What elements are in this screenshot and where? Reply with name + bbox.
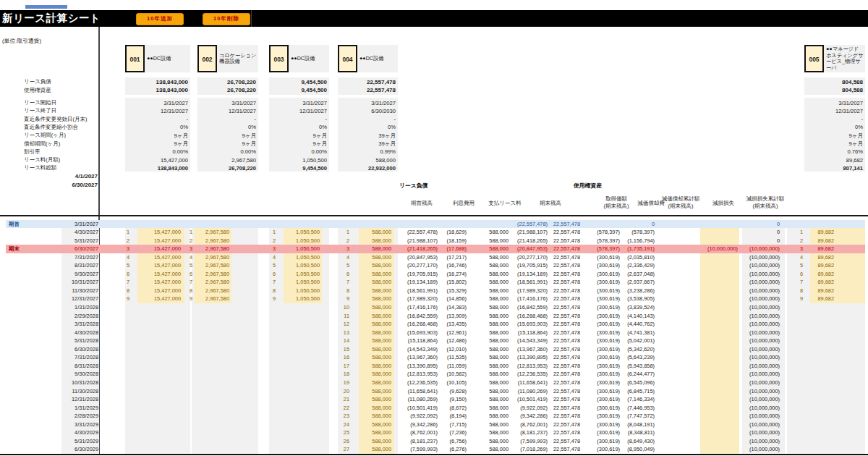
asset-summary-value: 138,843,000 [125,86,188,95]
payment-value: 1,050,500 [275,237,320,245]
asset-param-value: 0.00% [197,148,256,156]
payment-value: 588,000 [346,278,391,287]
schedule-cell: (7,747,572) [605,412,655,421]
schedule-cell: (10,000,000) [731,287,780,295]
date-cell: 8/31/2028 [43,362,98,371]
asset-param-value: - [197,115,256,123]
schedule-cell: (10,000,000) [731,353,780,362]
payment-value: 2,967,580 [184,295,229,303]
schedule-row: 4/30/202925588,000(8,762,001)(7,236)588,… [0,428,868,437]
payment-value: 588,000 [346,253,391,262]
payment-value: 588,000 [346,270,391,279]
asset-param-value: 0% [338,123,396,131]
payment-value: 89,682 [789,295,834,303]
schedule-cell: (2,637,048) [605,270,655,279]
payment-value: 2,967,580 [184,287,229,295]
title-bar-divider [251,10,252,27]
asset-id-box[interactable]: 004 [338,45,357,72]
payment-value: 1,050,500 [275,287,320,295]
schedule-row: 7/31/202816588,000(13,967,360)(11,535)58… [0,353,868,362]
schedule-cell: 0 [731,237,780,245]
schedule-cell: (10,000,000) [731,329,780,337]
schedule-cell: (10,000,000) [731,278,780,287]
date-cell: 12/31/2027 [43,295,98,303]
payment-seq: 8 [112,287,129,295]
date-cell: 2/29/2028 [43,312,98,321]
row-label: 直近条件変更縮小割合 [24,124,78,131]
period-start-date: 4/1/2027 [40,173,98,180]
row-label: リース負債 [24,78,51,85]
payment-value: 1,050,500 [275,278,320,287]
asset-id-box[interactable]: 002 [197,45,217,72]
schedule-cell: (6,244,477) [605,370,655,379]
payment-seq: 2 [258,237,276,245]
asset-param-value: 22,932,000 [338,164,396,172]
schedule-row: 11/30/2027815,427,00082,967,58081,050,50… [0,287,868,295]
date-cell: 4/30/2029 [43,428,98,437]
date-cell: 5/31/2029 [43,437,98,446]
payment-value: 15,427,000 [136,278,181,287]
schedule-cell: (5,342,620) [605,345,655,354]
payment-value: 2,967,580 [184,237,229,245]
payment-value: 15,427,000 [136,253,181,262]
date-cell: 6/30/2028 [43,345,98,354]
payment-value: 89,682 [789,237,834,245]
remove-10-years-button[interactable]: 10年削除 [203,13,250,25]
asset-id-box[interactable]: 005 [804,45,824,72]
asset-param-value: 3/31/2027 [338,99,396,107]
asset-name-label: ●●DC設備 [359,45,396,72]
schedule-cell: (5,042,001) [605,337,655,345]
payment-seq: 1 [258,228,276,237]
schedule-row: 9/30/2027615,427,00062,967,58061,050,500… [0,270,868,279]
asset-param-value: 0% [197,123,256,131]
payment-value: 1,050,500 [275,295,320,303]
schedule-row: 2/28/202923588,000(9,922,092)(8,194)588,… [0,412,868,421]
schedule-row: 6/30/202927588,000(7,599,993)(6,276)588,… [0,445,868,454]
payment-value: 15,427,000 [136,287,181,295]
row-tag: 期末 [9,245,20,253]
payment-value: 1,050,500 [275,261,320,270]
asset-param-value: 138,843,000 [125,164,188,172]
date-cell: 4/30/2027 [43,228,98,237]
schedule-cell: (10,000,000) [731,245,780,253]
date-cell: 2/28/2029 [43,412,98,421]
payment-value: 89,682 [789,245,834,253]
asset-param-value: 6/30/2030 [338,107,396,115]
payment-value: 588,000 [346,295,391,303]
asset-param-value: 39ヶ月 [338,140,396,148]
schedule-cell: (10,000,000) [731,253,780,262]
schedule-cell: (10,000,000) [731,261,780,270]
schedule-cell: (10,000,000) [731,362,780,371]
payment-value: 89,682 [789,287,834,295]
asset-summary-value: 26,708,220 [197,86,256,95]
asset-id-box[interactable]: 001 [125,45,145,72]
asset-param-value: 9ヶ月 [804,132,863,140]
schedule-cell: (10,000,000) [731,270,780,279]
add-10-years-button[interactable]: 10年追加 [136,13,184,25]
payment-value: 15,427,000 [136,261,181,270]
schedule-cell: (10,000,000) [731,404,780,413]
payment-value: 588,000 [346,370,391,379]
schedule-cell: (8,048,191) [605,421,655,429]
payment-value: 89,682 [789,278,834,287]
asset-param-value: 0.99% [338,148,396,156]
schedule-cell: (10,000,000) [731,387,780,396]
payment-value: 89,682 [789,228,834,237]
payment-value: 1,050,500 [275,228,320,237]
schedule-row: 5/31/2027215,427,00022,967,58021,050,500… [0,237,868,245]
asset-summary-value: 26,708,220 [197,78,256,87]
asset-summary-value: 804,588 [804,86,863,95]
asset-id-box[interactable]: 003 [269,45,289,72]
schedule-row: 期末6/30/2027315,427,00032,967,58031,050,5… [0,245,868,253]
date-cell: 7/31/2028 [43,353,98,362]
date-cell: 10/31/2027 [43,278,98,287]
schedule-row: 5/31/202926588,000(8,181,237)(6,756)588,… [0,437,868,446]
schedule-cell: (1,156,794) [605,237,655,245]
payment-value: 588,000 [346,337,391,345]
payment-value: 588,000 [346,312,391,321]
asset-param-value: 2,967,580 [197,156,256,164]
asset-param-value: 0.00% [269,148,327,156]
schedule-row: 5/31/202814588,000(15,118,864)(12,486)58… [0,337,868,345]
payment-value: 15,427,000 [136,228,181,237]
date-cell: 11/30/2028 [43,387,98,396]
